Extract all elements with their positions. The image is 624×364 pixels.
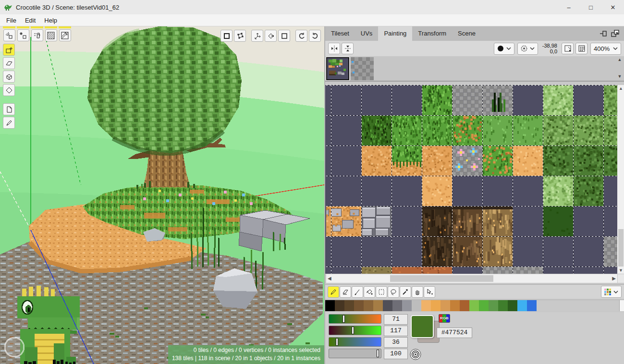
- rotate-tile-toggle[interactable]: [31, 29, 43, 41]
- magic-wand-tool[interactable]: [400, 286, 411, 298]
- palette-swatch[interactable]: [364, 300, 373, 311]
- red-slider-handle[interactable]: [343, 315, 345, 323]
- scroll-up-icon[interactable]: ▲: [618, 57, 622, 62]
- palette-swatch[interactable]: [344, 300, 354, 311]
- select-vertices-mode[interactable]: [234, 30, 246, 42]
- add-tile-tool[interactable]: [3, 44, 15, 56]
- green-value[interactable]: 117: [384, 326, 408, 336]
- viewport-3d[interactable]: 0 tiles / 0 edges / 0 vertices / 0 insta…: [0, 26, 324, 364]
- palette-swatch[interactable]: [383, 300, 392, 311]
- canvas-horizontal-scrollbar[interactable]: ◀ ▶: [326, 274, 617, 283]
- blue-value[interactable]: 36: [384, 337, 408, 348]
- alpha-slider-handle[interactable]: [377, 350, 379, 357]
- lasso-select-tool[interactable]: [388, 286, 399, 298]
- scroll-up-icon[interactable]: ▲: [617, 86, 624, 91]
- tileset-grid-dropdown[interactable]: [601, 286, 622, 298]
- draw-pencil-tool[interactable]: [3, 117, 15, 129]
- palette-swatch[interactable]: [354, 300, 364, 311]
- menu-file[interactable]: File: [2, 15, 21, 25]
- red-value[interactable]: 71: [384, 314, 408, 325]
- menu-help[interactable]: Help: [40, 15, 61, 25]
- mirror-horizontal-button[interactable]: [328, 43, 340, 54]
- tab-painting[interactable]: Painting: [378, 26, 412, 41]
- palette-swatch[interactable]: [431, 300, 440, 311]
- dither-mode-icon[interactable]: [410, 349, 421, 360]
- move-gizmo-mode[interactable]: [251, 30, 263, 42]
- rect-select-tool[interactable]: [376, 286, 387, 298]
- palette-swatch[interactable]: [460, 300, 469, 311]
- vertices-toggle[interactable]: [3, 29, 15, 41]
- tab-scene[interactable]: Scene: [452, 26, 481, 41]
- palette-swatch[interactable]: [440, 300, 450, 311]
- alpha-value[interactable]: 100: [384, 349, 408, 359]
- fill-bucket-tool[interactable]: [364, 286, 375, 298]
- eraser-tool[interactable]: [340, 286, 351, 298]
- new-page-tool[interactable]: [3, 103, 15, 115]
- palette-swatch[interactable]: [392, 300, 402, 311]
- select-tiles-mode[interactable]: [220, 30, 232, 42]
- palette-swatch[interactable]: [489, 300, 498, 311]
- palette-swatch[interactable]: [527, 300, 537, 311]
- cube-tool[interactable]: [3, 71, 15, 83]
- vscroll-thumb[interactable]: [618, 229, 624, 267]
- pin-panel-icon[interactable]: [599, 30, 608, 37]
- pixel-snap-button[interactable]: [562, 43, 574, 54]
- palette-swatch[interactable]: [412, 300, 421, 311]
- undo-button[interactable]: [295, 30, 307, 42]
- pan-hand-tool[interactable]: [412, 286, 423, 298]
- scroll-right-icon[interactable]: ▶: [612, 276, 616, 281]
- pencil-tool[interactable]: [328, 286, 339, 298]
- move-selection-tool[interactable]: [424, 286, 435, 298]
- tileset-thumbnail-empty[interactable]: [351, 57, 374, 80]
- scroll-down-icon[interactable]: ▼: [617, 268, 624, 273]
- diamond-tool[interactable]: [3, 84, 15, 96]
- zoom-level-dropdown[interactable]: 400%: [590, 43, 621, 55]
- scale-gizmo-mode[interactable]: [278, 30, 290, 42]
- snap-toggle[interactable]: [17, 29, 29, 41]
- red-slider[interactable]: [329, 314, 381, 324]
- blue-slider[interactable]: [329, 337, 381, 347]
- light-pattern-toggle[interactable]: [59, 29, 71, 41]
- palette-swatch[interactable]: [373, 300, 383, 311]
- detach-panel-icon[interactable]: [611, 29, 620, 38]
- scene-3d-render[interactable]: [0, 26, 324, 364]
- palette-swatch[interactable]: [402, 300, 412, 311]
- menu-edit[interactable]: Edit: [21, 15, 40, 25]
- green-slider-handle[interactable]: [352, 327, 354, 334]
- tileset-thumbnail-selected[interactable]: [326, 57, 349, 80]
- current-color-swatch[interactable]: [411, 315, 434, 338]
- palette-swatch[interactable]: [517, 300, 527, 311]
- canvas-vertical-scrollbar[interactable]: ▲ ▼: [617, 85, 624, 274]
- scroll-down-icon[interactable]: ▼: [618, 74, 622, 79]
- plane-tool[interactable]: [3, 57, 15, 69]
- line-pen-tool[interactable]: [352, 286, 363, 298]
- hex-color-field[interactable]: #477524: [437, 328, 472, 338]
- maximize-button[interactable]: □: [580, 0, 602, 14]
- palette-swatch[interactable]: [508, 300, 517, 311]
- blue-slider-handle[interactable]: [336, 338, 338, 346]
- palette-swatch[interactable]: [498, 300, 508, 311]
- green-slider[interactable]: [329, 326, 381, 335]
- palette-swatch[interactable]: [469, 300, 479, 311]
- palette-swatch[interactable]: [325, 300, 335, 311]
- alpha-slider[interactable]: [329, 349, 381, 358]
- palette-swatch[interactable]: [421, 300, 431, 311]
- rgb-mode-button[interactable]: RGB: [439, 314, 450, 323]
- palette-swatch[interactable]: [335, 300, 344, 311]
- rotate-gizmo-mode[interactable]: [265, 30, 277, 42]
- close-button[interactable]: ✕: [602, 0, 624, 14]
- hscroll-thumb[interactable]: [390, 275, 493, 282]
- brush-shape-dropdown[interactable]: [494, 43, 514, 55]
- tab-tileset[interactable]: Tileset: [325, 26, 355, 41]
- pattern-toggle[interactable]: [45, 29, 57, 41]
- redo-button[interactable]: [309, 30, 321, 42]
- palette-swatch[interactable]: [450, 300, 460, 311]
- tileset-paint-canvas[interactable]: [326, 85, 617, 274]
- mirror-vertical-button[interactable]: [342, 43, 354, 54]
- tab-transform[interactable]: Transform: [412, 26, 452, 41]
- grid-toggle-button[interactable]: [575, 43, 587, 54]
- tab-uvs[interactable]: UVs: [355, 26, 379, 41]
- palette-swatch[interactable]: [479, 300, 489, 311]
- minimize-button[interactable]: –: [558, 0, 580, 14]
- scroll-left-icon[interactable]: ◀: [328, 276, 331, 281]
